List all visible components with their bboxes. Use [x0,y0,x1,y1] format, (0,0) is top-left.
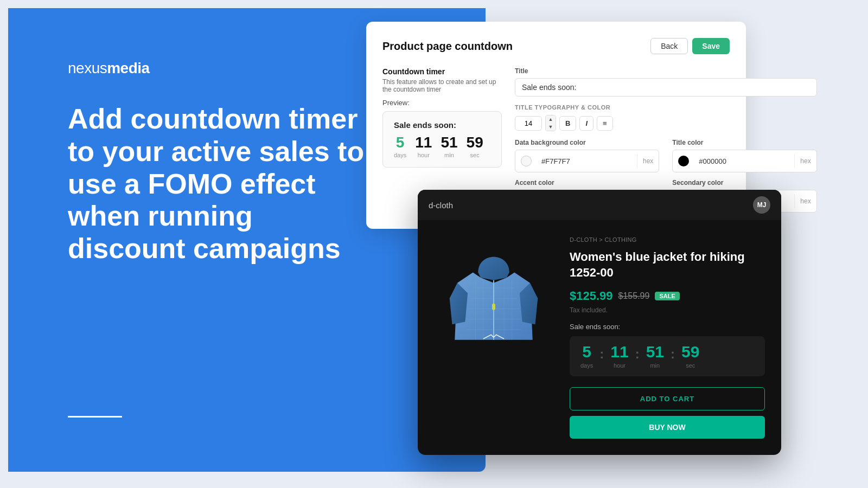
dark-sec-label: sec [686,362,695,369]
product-name: Women's blue jacket for hiking 1252-00 [570,249,765,280]
dark-hours-label: hour [614,362,626,369]
dark-timer-days: 5 days [580,344,593,369]
colon-2: : [635,346,640,366]
timer-unit-sec: 59 sec [467,135,483,158]
breadcrumb-nav: D-CLOTH > CLOTHING [570,236,765,243]
dark-hours-value: 11 [610,344,628,360]
sale-ends-label: Sale ends soon: [570,323,765,331]
back-button[interactable]: Back [650,38,688,54]
admin-panel-title: Product page countdown [382,40,513,53]
product-info: D-CLOTH > CLOTHING Women's blue jacket f… [570,220,765,439]
secondary-hex-label: hex [794,194,816,208]
data-bg-color-input[interactable] [537,154,637,169]
title-hex-label: hex [794,154,816,168]
product-panel-header: d-cloth MJ [418,190,781,220]
title-color-input-row: hex [672,150,816,172]
color-row-1: Data background color hex Title color [515,139,817,172]
title-field-label: Title [515,67,817,75]
tax-info: Tax included. [570,306,765,314]
preview-sale-text: Sale ends soon: [394,120,490,130]
user-avatar: MJ [753,196,770,214]
buy-now-button[interactable]: BUY NOW [570,416,765,439]
timer-unit-min: 51 min [441,135,457,158]
preview-timer: 5 days 11 hour 51 min 59 [394,135,490,158]
timer-unit-hours: 11 hour [415,135,432,158]
data-bg-hex-label: hex [637,154,659,168]
dark-timer-sec: 59 sec [681,344,699,369]
title-swatch-circle [678,156,689,166]
bold-button[interactable]: B [559,116,576,131]
product-panel: d-cloth MJ [418,190,781,455]
price-current: $125.99 [570,289,613,303]
sale-badge: SALE [655,292,679,300]
hero-text: Add countdown timer to your active sales… [68,103,372,265]
jacket-image [445,231,542,350]
dark-timer: 5 days : 11 hour : 51 min : 59 [570,336,765,376]
brand-logo: nexusmedia [68,60,150,77]
typography-section: TITLE TYPOGRAPHY & COLOR ▲ ▼ B I ≡ [515,104,817,131]
typography-label: TITLE TYPOGRAPHY & COLOR [515,104,817,111]
save-button[interactable]: Save [692,38,730,54]
dark-days-label: days [580,362,593,369]
header-buttons: Back Save [650,38,730,54]
title-input[interactable] [515,78,817,97]
add-to-cart-button[interactable]: ADD TO CART [570,387,765,410]
dark-timer-hours: 11 hour [610,344,628,369]
admin-panel-header: Product page countdown Back Save [382,38,730,54]
timer-min-label: min [444,152,454,158]
preview-box: Sale ends soon: 5 days 11 hour 51 min [382,111,502,168]
title-color-swatch [675,152,692,170]
accent-color-label: Accent color [515,179,659,187]
data-bg-color-label: Data background color [515,139,659,146]
timer-hours-value: 11 [415,135,432,150]
dark-timer-min: 51 min [646,344,664,369]
typography-controls: ▲ ▼ B I ≡ [515,115,817,131]
countdown-section-label: Countdown timer [382,67,502,76]
colon-1: : [599,346,604,366]
dark-sec-value: 59 [681,344,699,360]
title-color-input[interactable] [694,154,794,169]
font-size-input[interactable] [515,116,542,131]
product-content: D-CLOTH > CLOTHING Women's blue jacket f… [418,220,781,455]
italic-button[interactable]: I [579,116,593,131]
data-bg-color-field: Data background color hex [515,139,659,172]
data-bg-color-swatch [518,152,535,170]
dark-min-label: min [650,362,660,369]
main-layout: nexusmedia Add countdown timer to your a… [0,0,868,488]
timer-sec-value: 59 [467,135,483,150]
store-name: d-cloth [429,201,453,210]
font-size-stepper[interactable]: ▲ ▼ [545,115,556,131]
color-row-pair-1: Data background color hex Title color [515,139,817,172]
font-size-up[interactable]: ▲ [546,115,556,123]
colon-3: : [671,346,675,366]
product-image-area [434,220,553,361]
timer-unit-days: 5 days [394,135,406,158]
svg-rect-10 [492,304,495,310]
timer-days-value: 5 [396,135,405,150]
price-original: $155.99 [618,291,650,301]
secondary-color-label: Secondary color [672,179,816,187]
title-color-field: Title color hex [672,139,816,172]
divider-line [68,416,122,418]
dark-days-value: 5 [582,344,591,360]
align-button[interactable]: ≡ [597,116,613,131]
data-bg-color-input-row: hex [515,150,659,172]
timer-hours-label: hour [418,152,430,158]
preview-label: Preview: [382,99,502,107]
timer-min-value: 51 [441,135,457,150]
data-bg-swatch-circle [521,156,532,166]
title-color-label: Title color [672,139,816,146]
timer-days-label: days [394,152,406,158]
dark-min-value: 51 [646,344,664,360]
timer-sec-label: sec [470,152,480,158]
countdown-desc: This feature allows to create and set up… [382,78,502,93]
font-size-down[interactable]: ▼ [546,123,556,131]
price-row: $125.99 $155.99 SALE [570,289,765,303]
